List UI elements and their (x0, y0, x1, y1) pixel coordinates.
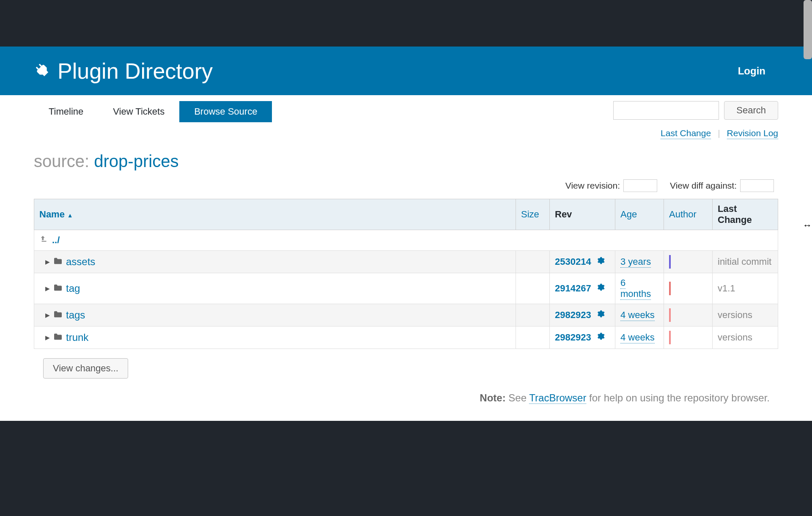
revision-log-link[interactable]: Revision Log (727, 128, 778, 139)
gear-icon[interactable] (596, 332, 605, 343)
table-row: ▶ assets 2530214 3 yearsinitial commit (34, 251, 778, 273)
header: Plugin Directory Login (0, 47, 812, 95)
top-bar (0, 0, 812, 47)
tab-view-tickets[interactable]: View Tickets (98, 101, 179, 122)
chgset-bar (669, 308, 671, 322)
folder-name-link[interactable]: assets (66, 256, 95, 268)
rev-link[interactable]: 2530214 (555, 256, 591, 267)
view-diff-control: View diff against: (670, 179, 774, 192)
search-input[interactable] (613, 101, 719, 120)
size-cell (516, 304, 550, 327)
tab-timeline[interactable]: Timeline (34, 101, 98, 122)
footer (0, 421, 812, 516)
sort-asc-icon: ▲ (66, 212, 73, 219)
col-header-age[interactable]: Age (615, 199, 664, 230)
expand-icon[interactable]: ▶ (45, 285, 50, 292)
change-message: initial commit (718, 256, 771, 267)
browser-table: Name ▲ Size Rev Age Author Last Change .… (34, 199, 778, 349)
parent-up-icon (39, 234, 49, 246)
col-header-size[interactable]: Size (516, 199, 550, 230)
size-cell (516, 251, 550, 273)
view-diff-label: View diff against: (670, 181, 737, 191)
size-cell (516, 327, 550, 349)
note-label: Note: (480, 392, 505, 403)
rev-link[interactable]: 2914267 (555, 283, 591, 294)
rev-link[interactable]: 2982923 (555, 310, 591, 321)
chgset-bar (669, 331, 671, 344)
tab-browse-source[interactable]: Browse Source (179, 101, 272, 122)
table-row: ▶ tag 2914267 6 monthsv1.1 (34, 273, 778, 304)
gear-icon[interactable] (596, 256, 605, 267)
folder-name-link[interactable]: trunk (66, 332, 88, 343)
gear-icon[interactable] (596, 310, 605, 321)
rev-link[interactable]: 2982923 (555, 332, 591, 343)
age-link[interactable]: 4 weeks (620, 310, 655, 321)
parent-dir-link[interactable]: ../ (52, 235, 60, 246)
age-link[interactable]: 3 years (620, 256, 651, 268)
change-message: versions (718, 332, 752, 343)
search-button[interactable]: Search (724, 101, 778, 120)
age-link[interactable]: 4 weeks (620, 332, 655, 343)
source-name-link[interactable]: drop-prices (94, 152, 178, 170)
view-revision-label: View revision: (565, 181, 620, 191)
chgset-bar (669, 282, 671, 295)
folder-name-link[interactable]: tag (66, 283, 80, 294)
view-revision-input[interactable] (623, 179, 657, 192)
expand-icon[interactable]: ▶ (45, 334, 50, 341)
col-header-name[interactable]: Name ▲ (34, 199, 516, 230)
author-cell (664, 327, 713, 349)
folder-name-link[interactable]: tags (66, 309, 85, 321)
expand-icon[interactable]: ▶ (45, 312, 50, 318)
folder-icon (53, 283, 63, 294)
age-link[interactable]: 6 months (620, 277, 651, 300)
parent-row[interactable]: ../ (34, 230, 778, 251)
change-message: v1.1 (718, 283, 735, 294)
plug-icon (34, 62, 51, 80)
resize-handle[interactable]: ↔ (803, 220, 812, 231)
view-diff-input[interactable] (740, 179, 774, 192)
expand-icon[interactable]: ▶ (45, 258, 50, 265)
login-link[interactable]: Login (738, 65, 765, 77)
col-header-last-change[interactable]: Last Change (713, 199, 778, 230)
source-heading: source: drop-prices (34, 143, 778, 175)
last-change-link[interactable]: Last Change (661, 128, 711, 139)
author-cell (664, 273, 713, 304)
view-changes-button[interactable]: View changes... (43, 358, 128, 379)
view-revision-control: View revision: (565, 179, 657, 192)
author-cell (664, 251, 713, 273)
size-cell (516, 273, 550, 304)
chgset-bar (669, 255, 671, 269)
folder-icon (53, 310, 63, 321)
nav-tabs: Timeline View Tickets Browse Source (34, 101, 272, 122)
gear-icon[interactable] (596, 283, 605, 294)
table-row: ▶ trunk 2982923 4 weeksversions (34, 327, 778, 349)
note-prefix: See (506, 392, 529, 403)
folder-icon (53, 332, 63, 343)
scrollbar[interactable] (804, 0, 812, 59)
divider: | (718, 128, 720, 139)
author-cell (664, 304, 713, 327)
site-title[interactable]: Plugin Directory (58, 58, 213, 84)
col-header-author[interactable]: Author (664, 199, 713, 230)
tracbrowser-link[interactable]: TracBrowser (529, 392, 586, 404)
source-prefix: source: (34, 152, 94, 170)
folder-icon (53, 256, 63, 267)
note-line: Note: See TracBrowser for help on using … (34, 379, 778, 421)
change-message: versions (718, 310, 752, 320)
col-header-rev[interactable]: Rev (550, 199, 615, 230)
table-row: ▶ tags 2982923 4 weeksversions (34, 304, 778, 327)
note-suffix: for help on using the repository browser… (586, 392, 770, 403)
